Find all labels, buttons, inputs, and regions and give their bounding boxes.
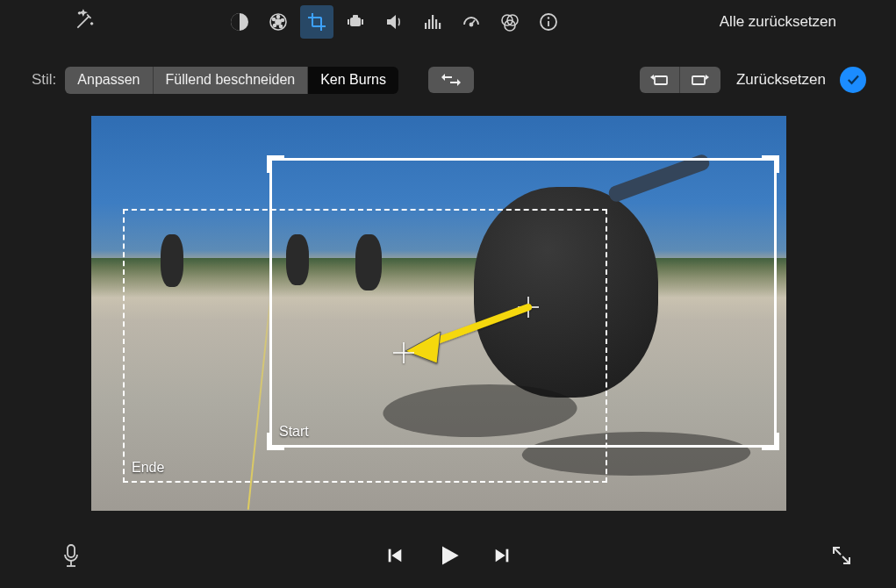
svg-point-6 bbox=[274, 25, 276, 27]
info-icon[interactable] bbox=[532, 5, 565, 39]
svg-marker-39 bbox=[495, 549, 505, 563]
reset-crop-button[interactable]: Zurücksetzen bbox=[736, 71, 826, 89]
style-fill-crop-button[interactable]: Füllend beschneiden bbox=[154, 67, 309, 94]
svg-rect-35 bbox=[388, 549, 391, 563]
svg-rect-15 bbox=[435, 19, 437, 29]
svg-rect-12 bbox=[425, 23, 426, 29]
svg-point-7 bbox=[273, 18, 276, 21]
svg-point-17 bbox=[470, 24, 473, 26]
svg-point-3 bbox=[277, 16, 280, 18]
svg-marker-36 bbox=[391, 549, 401, 563]
skater-3 bbox=[355, 234, 382, 290]
style-fit-button[interactable]: Anpassen bbox=[65, 67, 153, 94]
svg-point-2 bbox=[276, 19, 281, 25]
style-ken-burns-button[interactable]: Ken Burns bbox=[308, 67, 398, 94]
svg-point-23 bbox=[548, 17, 549, 18]
svg-rect-16 bbox=[439, 23, 441, 29]
color-correction-icon[interactable] bbox=[262, 5, 295, 39]
svg-rect-11 bbox=[362, 19, 363, 25]
magic-wand-icon[interactable] bbox=[74, 9, 100, 35]
reset-all-button[interactable]: Alle zurücksetzen bbox=[720, 13, 836, 31]
skater-foreground bbox=[474, 187, 658, 398]
noise-equalizer-icon[interactable] bbox=[416, 5, 449, 39]
expand-icon[interactable] bbox=[831, 545, 852, 570]
svg-point-4 bbox=[282, 19, 284, 22]
filters-icon[interactable] bbox=[493, 5, 527, 39]
microphone-icon[interactable] bbox=[61, 543, 81, 571]
rotate-cw-button[interactable] bbox=[680, 67, 720, 93]
svg-rect-10 bbox=[348, 19, 349, 25]
color-balance-icon[interactable] bbox=[223, 5, 256, 39]
play-button[interactable] bbox=[436, 543, 461, 571]
svg-rect-25 bbox=[692, 76, 705, 84]
skater-1 bbox=[161, 234, 183, 287]
svg-rect-13 bbox=[428, 19, 430, 29]
svg-rect-8 bbox=[350, 18, 361, 26]
svg-point-5 bbox=[280, 25, 283, 28]
speed-icon[interactable] bbox=[455, 5, 488, 39]
svg-rect-32 bbox=[68, 545, 75, 557]
stabilization-icon[interactable] bbox=[339, 5, 372, 39]
svg-rect-24 bbox=[655, 76, 667, 84]
style-segmented-control[interactable]: Anpassen Füllend beschneiden Ken Burns bbox=[65, 67, 398, 94]
swap-start-end-button[interactable] bbox=[428, 67, 474, 93]
svg-marker-37 bbox=[442, 547, 459, 565]
prev-frame-button[interactable] bbox=[385, 546, 405, 569]
style-label: Stil: bbox=[32, 71, 56, 89]
svg-rect-38 bbox=[505, 549, 508, 563]
video-preview[interactable]: Ende Start bbox=[91, 116, 786, 511]
apply-check-button[interactable] bbox=[840, 67, 866, 93]
svg-rect-9 bbox=[353, 15, 358, 18]
next-frame-button[interactable] bbox=[492, 546, 512, 569]
volume-icon[interactable] bbox=[377, 5, 411, 39]
crop-icon[interactable] bbox=[300, 5, 333, 39]
skater-2 bbox=[286, 234, 309, 285]
svg-rect-14 bbox=[432, 15, 434, 29]
rotate-ccw-button[interactable] bbox=[640, 67, 680, 93]
